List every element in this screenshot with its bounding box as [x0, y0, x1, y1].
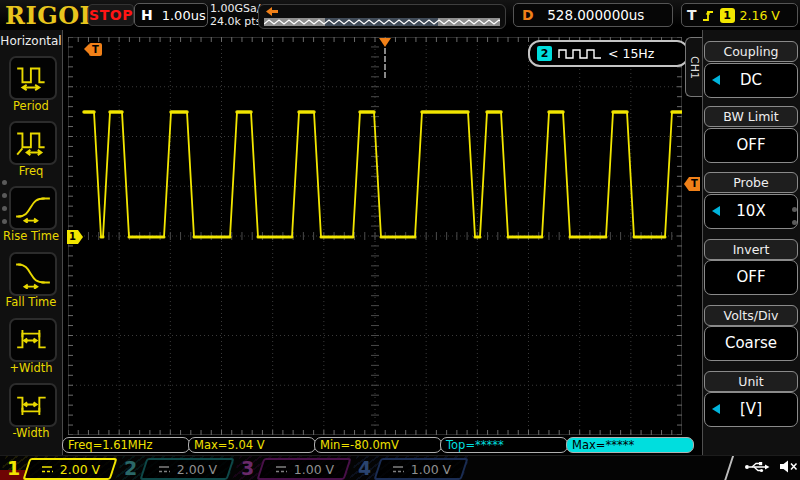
channel1-number[interactable]: 1 [7, 457, 20, 479]
measurement-min[interactable]: Min=-80.0mV [314, 437, 442, 453]
measure-rise-time-button[interactable] [9, 186, 57, 230]
memory-wave-glyph [264, 18, 500, 26]
measure-plus-width-button[interactable] [9, 318, 57, 362]
measure-minus-width-button[interactable] [9, 383, 57, 427]
plus-width-icon [14, 325, 52, 355]
status-divider [724, 456, 734, 480]
square-wave-icon [558, 48, 602, 60]
channel4-number[interactable]: 4 [358, 457, 371, 479]
rising-edge-icon [702, 8, 715, 23]
coupling-value: DC [740, 71, 762, 89]
memory-band [264, 18, 500, 26]
measure-fall-time-label: Fall Time [0, 295, 62, 309]
waveform-memory-preview[interactable] [258, 4, 506, 29]
period-icon [14, 63, 52, 93]
measure-freq-button[interactable] [9, 121, 57, 165]
usb-icon [744, 459, 770, 474]
dc-coupling-icon [157, 464, 171, 474]
menu-channel-tab: CH1 [685, 37, 702, 97]
unit-label: Unit [704, 371, 798, 392]
channel-status-bar: 1 2.00 V 2 2.00 V 3 [0, 455, 800, 480]
fall-time-icon [14, 259, 52, 289]
menu-page-dot [2, 180, 7, 185]
channel1-tab[interactable]: 2.00 V [22, 458, 117, 480]
channel4-tab[interactable]: 1.00 V [373, 458, 468, 480]
rise-time-icon [14, 193, 52, 223]
horizontal-scale-value: 1.00us [162, 8, 206, 23]
chevron-left-icon [712, 404, 720, 414]
trigger-level-marker[interactable]: T [689, 177, 700, 191]
invert-value: OFF [736, 268, 765, 286]
probe-value-button[interactable]: 10X [704, 194, 798, 229]
trigger-position-marker-icon[interactable] [379, 38, 391, 47]
volts-div-label: Volts/Div [704, 305, 798, 326]
measure-period-button[interactable] [9, 56, 57, 100]
left-menu-title: Horizontal [0, 34, 62, 48]
waveform-display [68, 37, 682, 435]
probe-label: Probe [704, 172, 798, 193]
chevron-left-icon [712, 206, 720, 216]
channel2-number[interactable]: 2 [124, 457, 137, 479]
trigger-position-dashed-line [384, 48, 386, 78]
bw-limit-label: BW Limit [704, 106, 798, 127]
pan-left-icon [265, 7, 279, 16]
measure-period-label: Period [0, 99, 62, 113]
coupling-value-button[interactable]: DC [704, 63, 798, 98]
delay-value: 528.000000us [547, 7, 658, 23]
dc-coupling-icon [274, 464, 288, 474]
trigger-source-badge: 1 [720, 8, 735, 23]
sound-muted-icon [779, 459, 798, 474]
bw-limit-value-button[interactable]: OFF [704, 128, 798, 163]
measure-minus-width-label: -Width [0, 426, 62, 440]
channel2-tab[interactable]: 2.00 V [139, 458, 234, 480]
channel1-scale: 2.00 V [60, 462, 100, 477]
channel1-ground-marker[interactable]: 1 [67, 230, 78, 244]
channel2-scale: 2.00 V [177, 462, 217, 477]
bw-limit-value: OFF [736, 136, 765, 154]
horizontal-scale-box[interactable]: H 1.00us [134, 3, 208, 27]
rigol-logo: RIGOL [5, 1, 97, 30]
freq-icon [14, 128, 52, 158]
unit-value-button[interactable]: [V] [704, 392, 798, 427]
trigger-position-offscreen-tag: T [89, 43, 102, 56]
counter-channel-badge: 2 [537, 46, 552, 61]
invert-label: Invert [704, 239, 798, 260]
horizontal-label: H [141, 7, 153, 23]
horizontal-measure-menu: Horizontal Period Freq Rise Time [0, 30, 63, 455]
run-state-badge[interactable]: STOP [88, 4, 134, 26]
channel3-number[interactable]: 3 [241, 457, 254, 479]
menu-page-dot [2, 193, 7, 198]
measurement-top[interactable]: Top=***** [440, 437, 568, 453]
measurement-max2-selected[interactable]: Max=***** [566, 437, 694, 453]
minus-width-icon [14, 390, 52, 420]
system-status-icons [744, 459, 798, 474]
channel4-scale: 1.00 V [411, 462, 451, 477]
coupling-label: Coupling [704, 41, 798, 62]
measure-fall-time-button[interactable] [9, 252, 57, 296]
trigger-level-value: 2.16 V [740, 8, 780, 23]
invert-value-button[interactable]: OFF [704, 260, 798, 295]
menu-page-dot [2, 219, 7, 224]
delay-label: D [522, 7, 534, 23]
measurement-freq[interactable]: Freq=1.61MHz [62, 437, 190, 453]
frequency-counter-overlay: 2 < 15Hz [528, 40, 689, 67]
volts-div-value: Coarse [725, 334, 777, 352]
measure-freq-label: Freq [0, 164, 62, 178]
measure-plus-width-label: +Width [0, 361, 62, 375]
chevron-left-icon [712, 75, 720, 85]
counter-value: < 15Hz [608, 46, 654, 61]
menu-page-dot [2, 206, 7, 211]
channel3-tab[interactable]: 1.00 V [256, 458, 351, 480]
channel3-scale: 1.00 V [294, 462, 334, 477]
volts-div-value-button[interactable]: Coarse [704, 326, 798, 361]
oscilloscope-screen: RIGOL STOP H 1.00us 1.00GSa/s 24.0k pts … [0, 0, 800, 480]
trigger-info-box[interactable]: T 1 2.16 V [681, 3, 798, 27]
probe-value: 10X [736, 202, 765, 220]
measurement-max[interactable]: Max=5.04 V [188, 437, 316, 453]
trigger-label: T [687, 7, 697, 23]
trigger-delay-box[interactable]: D 528.000000us [513, 3, 673, 27]
measure-rise-time-label: Rise Time [0, 229, 62, 243]
top-status-bar: RIGOL STOP H 1.00us 1.00GSa/s 24.0k pts … [0, 0, 800, 30]
dc-coupling-icon [391, 464, 405, 474]
menu-page-dot [792, 207, 797, 212]
